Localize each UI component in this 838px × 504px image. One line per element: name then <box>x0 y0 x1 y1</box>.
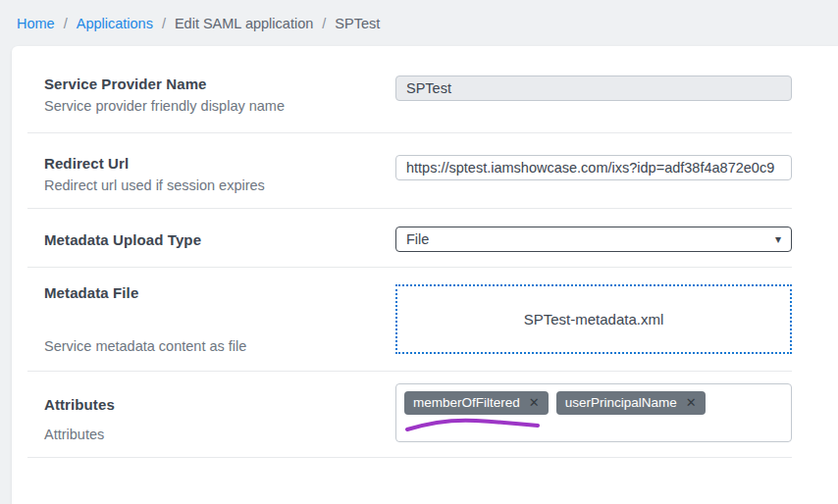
metadata-file-hint: Service metadata content as file <box>44 338 395 354</box>
redirect-url-row: Redirect Url Redirect url used if sessio… <box>27 133 792 209</box>
metadata-file-name: SPTest-metadata.xml <box>524 311 664 328</box>
breadcrumb: Home / Applications / Edit SAML applicat… <box>0 0 838 46</box>
redirect-url-input[interactable] <box>395 155 792 180</box>
breadcrumb-applications-link[interactable]: Applications <box>77 16 153 31</box>
metadata-file-row: Metadata File Service metadata content a… <box>27 268 792 372</box>
attributes-hint: Attributes <box>44 427 395 442</box>
metadata-upload-type-selected-value: File <box>406 231 429 247</box>
attribute-chip-label: userPrincipalName <box>565 395 677 411</box>
service-provider-name-label: Service Provider Name <box>44 76 395 92</box>
breadcrumb-separator: / <box>64 16 68 31</box>
attribute-chip-userprincipalname: userPrincipalName ✕ <box>556 391 706 415</box>
metadata-upload-type-select[interactable]: File ▾ <box>395 227 792 252</box>
redirect-url-label: Redirect Url <box>44 155 395 172</box>
remove-attribute-icon[interactable]: ✕ <box>529 395 540 411</box>
breadcrumb-separator: / <box>162 16 166 31</box>
breadcrumb-sptest: SPTest <box>335 16 380 31</box>
attribute-chip-memberoffiltered: memberOfFiltered ✕ <box>404 391 549 415</box>
attributes-label: Attributes <box>44 396 395 413</box>
saml-application-form: Service Provider Name Service provider f… <box>27 46 792 458</box>
edit-saml-application-card: Service Provider Name Service provider f… <box>12 46 838 504</box>
metadata-file-dropzone[interactable]: SPTest-metadata.xml <box>395 284 792 354</box>
remove-attribute-icon[interactable]: ✕ <box>686 395 697 411</box>
breadcrumb-home-link[interactable]: Home <box>17 16 55 31</box>
attributes-row: Attributes Attributes memberOfFiltered ✕… <box>27 372 792 458</box>
redirect-url-hint: Redirect url used if session expires <box>44 177 395 193</box>
metadata-file-label: Metadata File <box>44 284 395 301</box>
attribute-chip-label: memberOfFiltered <box>413 395 520 411</box>
breadcrumb-separator: / <box>322 16 326 31</box>
attributes-tag-input[interactable]: memberOfFiltered ✕ userPrincipalName ✕ <box>395 383 792 442</box>
chevron-down-icon: ▾ <box>775 233 781 245</box>
service-provider-name-input[interactable] <box>395 76 792 101</box>
service-provider-name-row: Service Provider Name Service provider f… <box>27 46 792 133</box>
breadcrumb-edit-saml-application: Edit SAML application <box>175 16 313 31</box>
metadata-upload-type-row: Metadata Upload Type File ▾ <box>27 209 792 268</box>
service-provider-name-hint: Service provider friendly display name <box>44 98 395 114</box>
metadata-upload-type-label: Metadata Upload Type <box>44 231 395 248</box>
